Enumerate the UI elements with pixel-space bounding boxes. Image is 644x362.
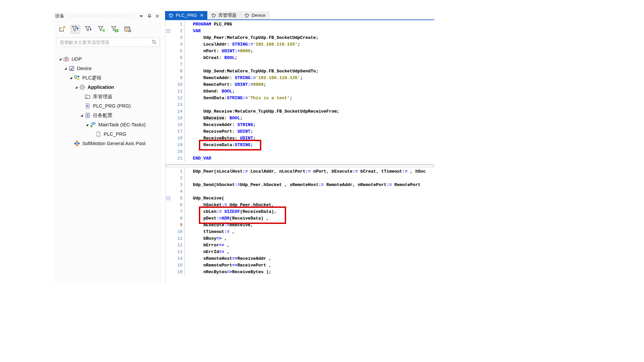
- project-icon: [63, 56, 69, 62]
- tab-device[interactable]: Device: [241, 11, 270, 19]
- filter-down-icon[interactable]: [84, 25, 93, 34]
- panel-drag-grip[interactable]: [68, 15, 133, 17]
- code-line-4[interactable]: 4 LocalAddr: STRING:='192.168.110.155';: [165, 41, 434, 48]
- code-line-6[interactable]: 6 hSocket:= Udp_Peer.hSocket,: [165, 202, 434, 208]
- fold-collapse-icon[interactable]: [166, 29, 170, 33]
- line-number: 20: [177, 148, 184, 155]
- code-line-15[interactable]: 15 nRemotePort=>ReceivePort ,: [165, 262, 434, 269]
- editor-splitter[interactable]: [165, 164, 434, 167]
- gutter: 15: [165, 115, 185, 122]
- code-line-6[interactable]: 6 bCreat: BOOL;: [165, 55, 434, 61]
- pin-icon[interactable]: [146, 13, 152, 19]
- code-text: VAR: [185, 28, 201, 35]
- tree-item-softmotion-general-axis-pool[interactable]: SoftMotion General Axis Pool: [54, 139, 162, 148]
- tree-item-label: MainTask (IEC-Tasks): [98, 122, 146, 127]
- fold-collapse-icon[interactable]: [166, 196, 170, 200]
- tree-item-udp[interactable]: UDP: [54, 54, 162, 64]
- gutter: 10: [165, 229, 185, 235]
- tag-icon: [169, 13, 174, 18]
- tree-item-application[interactable]: Application: [54, 82, 162, 92]
- code-line-2[interactable]: 2: [165, 175, 434, 182]
- expand-arrow-icon[interactable]: [63, 66, 68, 71]
- gutter: 5: [165, 48, 185, 55]
- code-line-2[interactable]: 2VAR: [165, 28, 434, 35]
- filter-up-icon[interactable]: [71, 25, 80, 34]
- tab--[interactable]: 库管理器: [208, 11, 241, 19]
- expand-arrow-icon[interactable]: [79, 113, 84, 118]
- gutter: 19: [165, 142, 185, 148]
- code-line-10[interactable]: 10 RemotePort: UDINT:=9999;: [165, 81, 434, 88]
- tree-item-plc_prg[interactable]: N O 1PLC_PRG: [54, 129, 162, 139]
- code-line-16[interactable]: 16 ReceiveAddr: STRING;: [165, 122, 434, 128]
- expand-arrow-icon[interactable]: [74, 85, 79, 89]
- splitter-thumb[interactable]: [166, 165, 433, 167]
- code-line-5[interactable]: 5 nPort: UDINT:=9000;: [165, 48, 434, 55]
- expand-arrow-placeholder: [90, 132, 95, 136]
- window-edit-icon[interactable]: [123, 25, 132, 34]
- search-box: [56, 38, 160, 47]
- search-icon[interactable]: [152, 40, 157, 46]
- code-line-9[interactable]: 9 RemoteAddr: STRING:='192.168.110.135';: [165, 75, 434, 81]
- gutter: 3: [165, 182, 185, 188]
- code-line-9[interactable]: 9 bExecute:=bReceive,: [165, 222, 434, 229]
- tree-item--[interactable]: 任务配置: [54, 111, 162, 120]
- tree-item-plc-[interactable]: PLC逻辑: [54, 73, 162, 82]
- tree-item--[interactable]: 库管理器: [54, 92, 162, 101]
- code-line-3[interactable]: 3Udp_Send(hSocket:=Udp_Peer.hSocket , sR…: [165, 182, 434, 188]
- code-line-13[interactable]: 13: [165, 102, 434, 108]
- tab-plc_prg[interactable]: PLC_PRG: [165, 11, 208, 19]
- code-line-15[interactable]: 15 bReceive: BOOL;: [165, 115, 434, 122]
- code-line-12[interactable]: 12 bError=> ,: [165, 242, 434, 249]
- expand-arrow-icon[interactable]: [58, 57, 63, 61]
- code-line-13[interactable]: 13 nErrId=> ,: [165, 249, 434, 255]
- expand-arrow-icon[interactable]: [85, 122, 90, 127]
- implementation-editor[interactable]: 1Udp_Peer(sLocalHost:= LocalAddr, nLocal…: [165, 167, 434, 284]
- gutter: 7: [165, 61, 185, 68]
- line-number: 16: [177, 122, 184, 128]
- device-tree: UDPDevicePLC逻辑Application库管理器PLC_PRG (PR…: [54, 54, 162, 148]
- search-input[interactable]: [56, 38, 160, 47]
- filter-add-icon[interactable]: [110, 25, 119, 34]
- code-line-3[interactable]: 3 Udp_Peer:MetaCore_TcpUdp.FB_SocketUdpC…: [165, 35, 434, 41]
- code-line-1[interactable]: 1Udp_Peer(sLocalHost:= LocalAddr, nLocal…: [165, 168, 434, 175]
- code-line-1[interactable]: 1PROGRAM PLC_PRG: [165, 21, 434, 28]
- gutter: 2: [165, 28, 185, 35]
- code-line-11[interactable]: 11 bSend: BOOL;: [165, 88, 434, 95]
- expand-arrow-icon[interactable]: [68, 75, 73, 80]
- code-line-19[interactable]: 19 ReceiveData:STRING;: [165, 142, 434, 148]
- code-line-20[interactable]: 20: [165, 148, 434, 155]
- close-icon[interactable]: [154, 13, 160, 19]
- open-external-icon[interactable]: [58, 25, 67, 34]
- declaration-editor[interactable]: 1PROGRAM PLC_PRG2VAR3 Udp_Peer:MetaCore_…: [165, 20, 434, 164]
- code-text: bReceive: BOOL;: [185, 115, 243, 122]
- code-text: END_VAR: [185, 155, 211, 162]
- code-line-7[interactable]: 7 cbLen:= SIZEOF(ReceiveData),: [165, 208, 434, 215]
- line-number: 13: [177, 249, 184, 255]
- tree-item-maintask-iec-tasks-[interactable]: MainTask (IEC-Tasks): [54, 120, 162, 129]
- code-line-16[interactable]: 16 nRecBytes=>ReceiveBytes );: [165, 269, 434, 276]
- code-line-7[interactable]: 7: [165, 61, 434, 68]
- code-text: ReceiveAddr: STRING;: [185, 122, 256, 128]
- filter-sort-icon[interactable]: [97, 25, 106, 34]
- tree-item-plc_prg-prg-[interactable]: PLC_PRG (PRG): [54, 101, 162, 111]
- code-line-17[interactable]: 17 ReceivePort: UDINT;: [165, 128, 434, 135]
- tree-item-device[interactable]: Device: [54, 64, 162, 73]
- line-number: 5: [180, 48, 184, 55]
- code-text: Udp_Peer(sLocalHost:= LocalAddr, nLocalP…: [185, 168, 426, 175]
- code-line-14[interactable]: 14 sRemoteHost=>ReceiveAddr ,: [165, 255, 434, 262]
- code-text: Udp_Receive:MetaCore_TcpUdp.FB_SocketUdp…: [185, 108, 339, 115]
- chevron-down-icon[interactable]: [138, 13, 144, 19]
- code-line-4[interactable]: 4: [165, 188, 434, 195]
- code-line-10[interactable]: 10 tTimeout:= ,: [165, 229, 434, 235]
- tab-close-icon[interactable]: [200, 13, 203, 18]
- code-line-21[interactable]: 21END_VAR: [165, 155, 434, 162]
- code-line-8[interactable]: 8 Udp_Send:MetaCore_TcpUdp.FB_SocketUdpS…: [165, 68, 434, 75]
- code-text: bSend: BOOL;: [185, 88, 235, 95]
- code-line-18[interactable]: 18 ReceiveBytes: UDINT;: [165, 135, 434, 142]
- code-line-8[interactable]: 8 pDest:=ADR(ReceiveData) ,: [165, 215, 434, 222]
- code-line-11[interactable]: 11 bBusy=> ,: [165, 235, 434, 242]
- gutter: 6: [165, 202, 185, 208]
- code-line-12[interactable]: 12 SendData:STRING:='This is a test';: [165, 95, 434, 102]
- code-line-14[interactable]: 14 Udp_Receive:MetaCore_TcpUdp.FB_Socket…: [165, 108, 434, 115]
- code-line-5[interactable]: 5Udp_Receive(: [165, 195, 434, 202]
